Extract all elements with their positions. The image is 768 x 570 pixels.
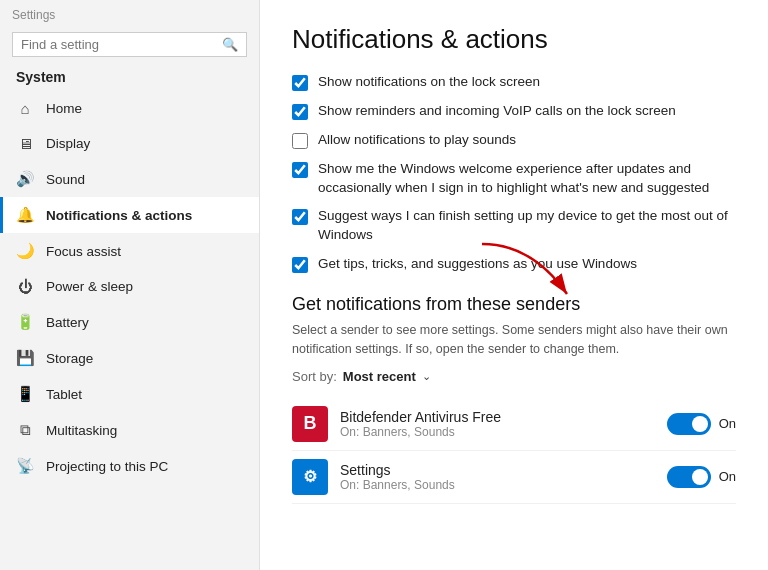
senders-heading: Get notifications from these senders xyxy=(292,294,736,315)
bitdefender-toggle-label: On xyxy=(719,416,736,431)
settings-name: Settings xyxy=(340,462,655,478)
projecting-icon: 📡 xyxy=(16,457,34,475)
sidebar-top-label: Settings xyxy=(0,0,259,28)
checkbox-label-welcome: Show me the Windows welcome experience a… xyxy=(318,160,736,198)
checkbox-row-lock_screen: Show notifications on the lock screen xyxy=(292,73,736,92)
app-row-settings[interactable]: ⚙ Settings On: Banners, Sounds On xyxy=(292,451,736,504)
bitdefender-toggle[interactable] xyxy=(667,413,711,435)
sidebar-item-label-focus: Focus assist xyxy=(46,244,121,259)
sort-value[interactable]: Most recent xyxy=(343,369,416,384)
checkbox-sounds[interactable] xyxy=(292,133,308,149)
sort-label: Sort by: xyxy=(292,369,337,384)
search-icon: 🔍 xyxy=(222,37,238,52)
system-label: System xyxy=(0,65,259,91)
checkbox-row-welcome: Show me the Windows welcome experience a… xyxy=(292,160,736,198)
bitdefender-toggle-container: On xyxy=(667,413,736,435)
sidebar-item-label-projecting: Projecting to this PC xyxy=(46,459,168,474)
sidebar-item-home[interactable]: ⌂ Home xyxy=(0,91,259,126)
sidebar-item-tablet[interactable]: 📱 Tablet xyxy=(0,376,259,412)
sidebar-item-notifications[interactable]: 🔔 Notifications & actions xyxy=(0,197,259,233)
checkbox-row-sounds: Allow notifications to play sounds xyxy=(292,131,736,150)
power-icon: ⏻ xyxy=(16,278,34,295)
checkbox-label-sounds: Allow notifications to play sounds xyxy=(318,131,516,150)
checkbox-label-tips: Get tips, tricks, and suggestions as you… xyxy=(318,255,637,274)
sidebar-item-focus[interactable]: 🌙 Focus assist xyxy=(0,233,259,269)
home-icon: ⌂ xyxy=(16,100,34,117)
checkbox-label-lock_screen: Show notifications on the lock screen xyxy=(318,73,540,92)
sidebar-item-label-notifications: Notifications & actions xyxy=(46,208,192,223)
settings-toggle-label: On xyxy=(719,469,736,484)
bitdefender-info: Bitdefender Antivirus Free On: Banners, … xyxy=(340,409,655,439)
settings-toggle[interactable] xyxy=(667,466,711,488)
sidebar: Settings 🔍 System ⌂ Home 🖥 Display 🔊 Sou… xyxy=(0,0,260,570)
sidebar-item-label-sound: Sound xyxy=(46,172,85,187)
checkbox-row-tips: Get tips, tricks, and suggestions as you… xyxy=(292,255,736,274)
search-box[interactable]: 🔍 xyxy=(12,32,247,57)
settings-sub: On: Banners, Sounds xyxy=(340,478,655,492)
sound-icon: 🔊 xyxy=(16,170,34,188)
checkbox-label-finish_setup: Suggest ways I can finish setting up my … xyxy=(318,207,736,245)
checkboxes-container: Show notifications on the lock screen Sh… xyxy=(292,73,736,274)
sidebar-item-label-display: Display xyxy=(46,136,90,151)
bitdefender-sub: On: Banners, Sounds xyxy=(340,425,655,439)
sidebar-item-projecting[interactable]: 📡 Projecting to this PC xyxy=(0,448,259,484)
bitdefender-name: Bitdefender Antivirus Free xyxy=(340,409,655,425)
checkbox-lock_screen[interactable] xyxy=(292,75,308,91)
tablet-icon: 📱 xyxy=(16,385,34,403)
checkbox-label-reminders: Show reminders and incoming VoIP calls o… xyxy=(318,102,676,121)
nav-items-container: ⌂ Home 🖥 Display 🔊 Sound 🔔 Notifications… xyxy=(0,91,259,484)
checkbox-welcome[interactable] xyxy=(292,162,308,178)
sidebar-item-display[interactable]: 🖥 Display xyxy=(0,126,259,161)
app-row-bitdefender[interactable]: B Bitdefender Antivirus Free On: Banners… xyxy=(292,398,736,451)
settings-info: Settings On: Banners, Sounds xyxy=(340,462,655,492)
main-content: Notifications & actions Show notificatio… xyxy=(260,0,768,570)
multitasking-icon: ⧉ xyxy=(16,421,34,439)
display-icon: 🖥 xyxy=(16,135,34,152)
chevron-down-icon[interactable]: ⌄ xyxy=(422,370,431,383)
sort-row: Sort by: Most recent ⌄ xyxy=(292,369,736,384)
notifications-icon: 🔔 xyxy=(16,206,34,224)
sidebar-item-battery[interactable]: 🔋 Battery xyxy=(0,304,259,340)
focus-icon: 🌙 xyxy=(16,242,34,260)
checkbox-reminders[interactable] xyxy=(292,104,308,120)
checkbox-row-reminders: Show reminders and incoming VoIP calls o… xyxy=(292,102,736,121)
sidebar-item-label-home: Home xyxy=(46,101,82,116)
checkbox-row-finish_setup: Suggest ways I can finish setting up my … xyxy=(292,207,736,245)
checkbox-tips[interactable] xyxy=(292,257,308,273)
battery-icon: 🔋 xyxy=(16,313,34,331)
sidebar-item-label-power: Power & sleep xyxy=(46,279,133,294)
apps-container: B Bitdefender Antivirus Free On: Banners… xyxy=(292,398,736,504)
page-title: Notifications & actions xyxy=(292,24,736,55)
senders-desc: Select a sender to see more settings. So… xyxy=(292,321,736,359)
sidebar-item-label-battery: Battery xyxy=(46,315,89,330)
sidebar-item-power[interactable]: ⏻ Power & sleep xyxy=(0,269,259,304)
senders-section: Get notifications from these senders xyxy=(292,294,736,315)
sidebar-item-multitasking[interactable]: ⧉ Multitasking xyxy=(0,412,259,448)
storage-icon: 💾 xyxy=(16,349,34,367)
sidebar-item-sound[interactable]: 🔊 Sound xyxy=(0,161,259,197)
sidebar-item-label-multitasking: Multitasking xyxy=(46,423,117,438)
sidebar-item-label-tablet: Tablet xyxy=(46,387,82,402)
checkbox-finish_setup[interactable] xyxy=(292,209,308,225)
settings-toggle-container: On xyxy=(667,466,736,488)
sidebar-item-storage[interactable]: 💾 Storage xyxy=(0,340,259,376)
bitdefender-icon: B xyxy=(292,406,328,442)
sidebar-item-label-storage: Storage xyxy=(46,351,93,366)
search-input[interactable] xyxy=(21,37,216,52)
settings-icon: ⚙ xyxy=(292,459,328,495)
